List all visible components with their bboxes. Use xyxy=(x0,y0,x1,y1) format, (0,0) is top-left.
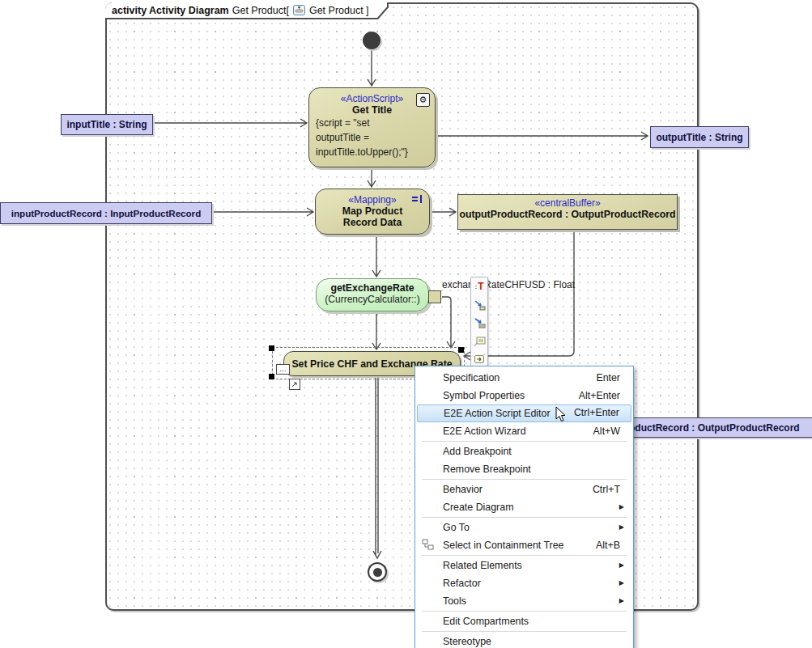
menu-item-go-to[interactable]: Go To ▶ xyxy=(417,519,631,536)
mapping-icon[interactable] xyxy=(411,194,423,204)
menu-shortcut: Ctrl+T xyxy=(593,481,620,498)
action-map-product-record-data[interactable]: «Mapping» Map Product Record Data xyxy=(315,188,430,235)
menu-separator xyxy=(422,441,627,442)
menu-shortcut: Alt+B xyxy=(596,536,620,554)
script-line: {script = "set xyxy=(316,116,428,130)
parameter-label: outputTitle : String xyxy=(656,132,742,143)
menu-item-label: Related Elements xyxy=(443,560,522,571)
menu-item-create-diagram[interactable]: Create Diagram ▶ xyxy=(417,498,631,516)
send-signal-icon[interactable] xyxy=(473,353,486,366)
menu-separator xyxy=(422,611,627,612)
selection-handle-topleft[interactable] xyxy=(269,345,274,351)
menu-shortcut: Alt+W xyxy=(593,422,620,440)
buffer-name: outputProductRecord : OutputProductRecor… xyxy=(458,209,677,220)
smart-manipulator-toolbar[interactable]: :T xyxy=(470,277,488,369)
action-getexchangerate[interactable]: getExchangeRate (CurrencyCalculator::) xyxy=(316,278,429,311)
menu-item-label: E2E Action Wizard xyxy=(443,426,526,437)
gear-icon[interactable]: ⚙ xyxy=(416,93,430,107)
menu-item-label: Behavior xyxy=(443,484,483,495)
menu-item-specification[interactable]: Specification Enter xyxy=(417,369,631,387)
menu-separator xyxy=(422,517,627,518)
menu-item-label: Go To xyxy=(443,522,470,533)
menu-item-edit-compartments[interactable]: Edit Compartments xyxy=(417,612,631,630)
submenu-arrow-icon: ▶ xyxy=(619,498,624,516)
menu-item-label: Create Diagram xyxy=(443,502,513,513)
central-buffer-outputproductrecord[interactable]: «centralBuffer» outputProductRecord : Ou… xyxy=(457,194,678,230)
menu-shortcut: Alt+Enter xyxy=(579,387,620,404)
parameter-label: inputProductRecord : InputProductRecord xyxy=(11,208,201,218)
submenu-arrow-icon: ▶ xyxy=(619,519,624,536)
menu-item-select-in-containment-tree[interactable]: Select in Containment Tree Alt+B xyxy=(417,536,631,554)
menu-item-behavior[interactable]: Behavior Ctrl+T xyxy=(417,481,631,498)
menu-item-e2e-action-wizard[interactable]: E2E Action Wizard Alt+W xyxy=(417,422,631,440)
stereotype-label: «centralBuffer» xyxy=(458,197,677,209)
parameter-node-inputtitle[interactable]: inputTitle : String xyxy=(61,114,153,135)
activity-diagram-icon xyxy=(293,5,305,15)
menu-separator xyxy=(422,555,627,556)
menu-shortcut: Enter xyxy=(596,369,620,387)
output-pin[interactable] xyxy=(428,290,441,303)
draw-pin-flow-icon[interactable] xyxy=(473,299,486,311)
menu-item-label: Edit Compartments xyxy=(443,616,529,627)
diagram-title-tab: activity Activity Diagram Get Product[ G… xyxy=(105,2,389,19)
menu-shortcut: Ctrl+Enter xyxy=(574,404,619,421)
menu-separator xyxy=(422,479,627,480)
initial-node[interactable] xyxy=(363,32,380,49)
script-line: outputTitle = xyxy=(316,130,428,145)
pin-label: exchangeRateCHFUSD : Float xyxy=(442,279,575,290)
parameter-node-inputproductrecord[interactable]: inputProductRecord : InputProductRecord xyxy=(0,202,212,224)
menu-item-label: Add Breakpoint xyxy=(443,446,512,457)
menu-item-label: Remove Breakpoint xyxy=(443,464,531,475)
containment-tree-icon xyxy=(422,539,435,551)
menu-item-label: Refactor xyxy=(443,578,481,589)
menu-item-remove-breakpoint[interactable]: Remove Breakpoint xyxy=(417,460,631,478)
edit-text-icon[interactable]: :T xyxy=(473,280,486,293)
mouse-cursor xyxy=(555,406,567,422)
menu-item-label: Symbol Properties xyxy=(443,390,525,401)
diagram-kind-label: activity Activity Diagram xyxy=(112,5,229,16)
menu-item-refactor[interactable]: Refactor ▶ xyxy=(417,574,631,592)
menu-item-add-breakpoint[interactable]: Add Breakpoint xyxy=(417,443,631,460)
selection-handle-topright[interactable] xyxy=(458,347,464,353)
menu-item-symbol-properties[interactable]: Symbol Properties Alt+Enter xyxy=(417,387,631,404)
parameter-label: inputTitle : String xyxy=(66,119,147,130)
submenu-arrow-icon: ▶ xyxy=(619,574,624,592)
menu-separator xyxy=(422,631,627,632)
diagram-context-label: Get Product ] xyxy=(309,5,369,16)
diagram-name-label: Get Product[ xyxy=(232,5,289,16)
more-options-icon[interactable]: … xyxy=(276,364,290,375)
selection-handle-bottomleft[interactable] xyxy=(269,374,274,379)
submenu-arrow-icon: ▶ xyxy=(619,557,624,574)
action-get-title[interactable]: «ActionScript» Get Title {script = "set … xyxy=(308,87,436,167)
menu-item-tools[interactable]: Tools ▶ xyxy=(417,592,631,610)
action-qualifier: (CurrencyCalculator::) xyxy=(317,294,428,305)
script-line: inputTitle.toUpper();"} xyxy=(316,145,428,159)
context-menu: Specification Enter Symbol Properties Al… xyxy=(415,366,634,648)
comment-icon[interactable] xyxy=(473,335,486,348)
menu-item-label: Stereotype xyxy=(443,636,491,647)
parameter-node-outputtitle[interactable]: outputTitle : String xyxy=(650,126,749,148)
draw-object-flow-icon[interactable] xyxy=(473,316,486,329)
resize-corner-icon[interactable] xyxy=(289,379,300,390)
submenu-arrow-icon: ▶ xyxy=(619,592,624,610)
menu-item-label: Select in Containment Tree xyxy=(443,540,563,551)
action-name: getExchangeRate xyxy=(317,282,428,294)
action-name: Record Data xyxy=(316,217,429,228)
action-name: Map Product xyxy=(316,205,429,217)
menu-item-label: Specification xyxy=(443,372,500,383)
menu-item-stereotype[interactable]: Stereotype xyxy=(417,633,631,648)
activity-final-node[interactable] xyxy=(368,562,387,582)
menu-item-related-elements[interactable]: Related Elements ▶ xyxy=(417,557,631,574)
menu-item-label: Tools xyxy=(443,595,466,607)
menu-item-e2e-action-script-editor[interactable]: E2E Action Script Editor Ctrl+Enter xyxy=(417,404,631,422)
menu-item-label: E2E Action Script Editor xyxy=(444,408,551,419)
